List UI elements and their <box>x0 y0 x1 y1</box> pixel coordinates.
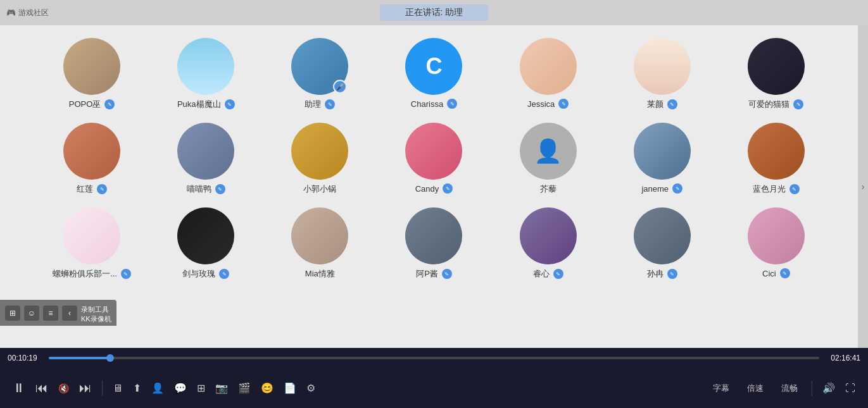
recording-label-2: KK录像机 <box>81 314 111 323</box>
name-text-cici: Cici <box>762 269 776 278</box>
participant-sword[interactable]: 剑与玫瑰 ✎ <box>158 207 253 280</box>
upload-button[interactable]: ⬆ <box>130 380 144 397</box>
avatar-wrap-assist: 🎤 <box>291 38 348 95</box>
avatar-wrap-qin-xin <box>520 207 577 264</box>
participant-sunran[interactable]: 孙冉 ✎ <box>615 207 710 280</box>
name-icon-spiral: ✎ <box>121 269 131 279</box>
avatar-wrap-qianmo: 👤 <box>520 123 577 180</box>
camera-button[interactable]: 📷 <box>213 380 230 397</box>
avatar-wrap-charissa: C <box>405 38 462 95</box>
participant-candy[interactable]: Candy ✎ <box>386 123 481 195</box>
name-icon-janeme: ✎ <box>672 183 682 194</box>
volume-button[interactable]: 🔊 <box>820 380 838 397</box>
screen-button[interactable]: 🖥 <box>110 380 125 397</box>
participant-layan[interactable]: 莱颜 ✎ <box>615 38 710 110</box>
avatar-wrap-pot <box>291 123 348 180</box>
name-text-sunran: 孙冉 <box>647 268 664 280</box>
avatar-wrap-layan <box>634 38 691 95</box>
person-button[interactable]: 👤 <box>149 380 167 397</box>
next-button[interactable]: ⏭ <box>77 378 94 398</box>
name-icon-jessica: ✎ <box>558 99 569 109</box>
participant-cici[interactable]: Cici ✎ <box>729 207 824 280</box>
app-title: 游戏社区 <box>18 8 49 18</box>
participant-name-qin-xin: 睿心 ✎ <box>533 268 563 280</box>
name-text-blue-moon: 蓝色月光 <box>753 183 786 195</box>
skip-back-button[interactable]: 🔇 <box>56 381 72 396</box>
avatar-cute-cat <box>748 38 805 95</box>
participant-cute-cat[interactable]: 可爱的猫猫 ✎ <box>729 38 824 110</box>
fullscreen-button[interactable]: ⛶ <box>843 380 858 397</box>
stream-label[interactable]: 流畅 <box>775 383 804 394</box>
participant-janeme[interactable]: janeme ✎ <box>615 123 710 195</box>
participant-pot[interactable]: 小郭小锅 <box>272 123 367 195</box>
film-button[interactable]: 🎬 <box>236 380 253 397</box>
avatar-mia <box>291 207 348 264</box>
participant-popo[interactable]: POPO巫 ✎ <box>44 38 139 110</box>
participant-charissa[interactable]: C Charissa ✎ <box>386 38 481 110</box>
name-text-layan: 莱颜 <box>647 99 664 110</box>
speaking-label: 正在讲话: 助理 <box>405 7 463 17</box>
avatar-miaomiao <box>177 123 234 180</box>
name-icon-candy: ✎ <box>443 183 453 194</box>
participant-name-layan: 莱颜 ✎ <box>647 99 677 110</box>
participant-mia[interactable]: Mia情雅 <box>272 207 367 280</box>
chat-button[interactable]: 💬 <box>172 380 189 397</box>
participant-ap[interactable]: 阿P酱 ✎ <box>386 207 481 280</box>
participant-name-cici: Cici ✎ <box>762 268 790 278</box>
avatar-wrap-sunran <box>634 207 691 264</box>
doc-button[interactable]: 📄 <box>281 380 299 397</box>
participant-spiral[interactable]: 螺蛳粉俱乐部一... ✎ <box>44 207 139 280</box>
recording-label-1: 录制工具 <box>81 305 111 314</box>
prev-button[interactable]: ⏮ <box>33 378 51 398</box>
participant-puka[interactable]: Puka楊魔山 ✎ <box>158 38 253 110</box>
avatar-pot <box>291 123 348 180</box>
mini-btn-arrow[interactable]: ‹ <box>62 306 77 321</box>
name-icon-cute-cat: ✎ <box>793 99 803 109</box>
subtitle-label[interactable]: 字幕 <box>707 383 736 394</box>
progress-thumb[interactable] <box>106 354 114 362</box>
avatar-ap <box>405 207 462 264</box>
name-text-puka: Puka楊魔山 <box>177 99 221 110</box>
name-icon-sword: ✎ <box>219 269 229 279</box>
right-scrollbar[interactable]: › <box>858 25 868 348</box>
speed-label[interactable]: 倍速 <box>741 383 770 394</box>
name-text-charissa: Charissa <box>411 99 443 109</box>
participant-jessica[interactable]: Jessica ✎ <box>501 38 596 110</box>
participant-blue-moon[interactable]: 蓝色月光 ✎ <box>729 123 824 195</box>
participant-name-spiral: 螺蛳粉俱乐部一... ✎ <box>53 268 131 280</box>
avatar-wrap-spiral <box>63 207 120 264</box>
settings-button[interactable]: ⚙ <box>304 380 318 397</box>
participant-name-candy: Candy ✎ <box>415 183 453 194</box>
participant-miaomiao[interactable]: 喵喵鸭 ✎ <box>158 123 253 195</box>
app-logo: 🎮 游戏社区 <box>6 8 49 18</box>
avatar-qianmo: 👤 <box>520 123 577 180</box>
participant-assist[interactable]: 🎤 助理 ✎ <box>272 38 367 110</box>
play-pause-button[interactable]: ⏸ <box>10 378 28 398</box>
progress-track[interactable] <box>49 357 819 359</box>
grid-button[interactable]: ⊞ <box>194 380 208 397</box>
time-end: 02:16:41 <box>826 354 860 362</box>
bottom-toolbar: 00:10:19 02:16:41 ⏸ ⏮ 🔇 ⏭ 🖥 ⬆ 👤 💬 ⊞ 📷 🎬 … <box>0 348 868 408</box>
participant-red-lotus[interactable]: 红莲 ✎ <box>44 123 139 195</box>
face-button[interactable]: 😊 <box>258 380 276 397</box>
mini-btn-list[interactable]: ≡ <box>43 306 58 321</box>
name-icon-cici: ✎ <box>780 268 790 278</box>
controls-row: ⏸ ⏮ 🔇 ⏭ 🖥 ⬆ 👤 💬 ⊞ 📷 🎬 😊 📄 ⚙ 字幕 倍速 流畅 🔊 ⛶ <box>0 368 868 408</box>
name-icon-sunran: ✎ <box>667 269 677 279</box>
name-icon-ap: ✎ <box>442 269 452 279</box>
participant-name-janeme: janeme ✎ <box>641 183 682 194</box>
participant-qin-xin[interactable]: 睿心 ✎ <box>501 207 596 280</box>
participant-name-pot: 小郭小锅 <box>303 183 336 195</box>
name-icon-puka: ✎ <box>225 99 235 109</box>
avatar-spiral <box>63 207 120 264</box>
avatar-wrap-miaomiao <box>177 123 234 180</box>
mini-btn-face[interactable]: ☺ <box>24 306 39 321</box>
participant-name-red-lotus: 红莲 ✎ <box>77 183 107 195</box>
participant-name-qianmo: 芥藜 <box>540 183 557 195</box>
progress-fill <box>49 357 110 359</box>
avatar-wrap-cici <box>748 207 805 264</box>
participant-qianmo[interactable]: 👤 芥藜 <box>501 123 596 195</box>
mini-btn-grid[interactable]: ⊞ <box>5 306 20 321</box>
avatar-qin-xin <box>520 207 577 264</box>
participant-name-cute-cat: 可爱的猫猫 ✎ <box>748 99 803 110</box>
